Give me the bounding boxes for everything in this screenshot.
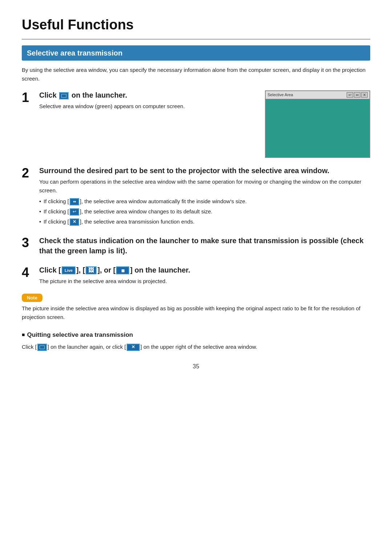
thumb-button-icon: ▦	[116, 266, 129, 274]
step-1-title: Click on the launcher.	[39, 90, 254, 100]
step-1-title-prefix: Click	[39, 91, 58, 99]
step-4-body: The picture in the selective area window…	[39, 277, 370, 286]
step-4-number: 4	[22, 266, 39, 286]
saw-back-button[interactable]: ↩	[347, 92, 353, 98]
step-2-bullets: If clicking [⇔], the selective area wind…	[39, 197, 370, 226]
reset-icon: ↩	[70, 208, 79, 216]
step-2-number: 2	[22, 167, 39, 228]
title-divider	[22, 39, 370, 40]
fit-icon: ⇔	[70, 198, 79, 205]
bullet-3: If clicking [✕], the selective area tran…	[39, 217, 370, 226]
step-2: 2 Surround the desired part to be sent t…	[22, 166, 370, 228]
step-4: 4 Click [Live], [🖼], or [▦] on the launc…	[22, 265, 370, 286]
step-4-content: Click [Live], [🖼], or [▦] on the launche…	[39, 265, 370, 286]
saw-titlebar: Selective Area ↩ ⇔ ✕	[266, 91, 369, 99]
page-number: 35	[22, 362, 370, 371]
intro-text: By using the selective area window, you …	[22, 66, 370, 83]
step-2-body: You can perform operations in the select…	[39, 177, 370, 226]
saw-close-button[interactable]: ✕	[361, 92, 368, 98]
step-1-number: 1	[22, 91, 39, 158]
step-1-title-suffix: on the launcher.	[72, 91, 127, 99]
bullet-2: If clicking [↩], the selective area wind…	[39, 207, 370, 216]
note-box: Note The picture inside the selective ar…	[22, 294, 370, 322]
x-icon: ✕	[70, 218, 79, 226]
quitting-x-icon: ✕	[127, 344, 140, 351]
step-2-body-intro: You can perform operations in the select…	[39, 177, 370, 195]
saw-body	[266, 99, 369, 157]
step-3-title: Check the status indication on the launc…	[39, 236, 370, 256]
step-3-number: 3	[22, 236, 39, 257]
still-button-icon: 🖼	[86, 266, 97, 274]
step-2-title: Surround the desired part to be sent to …	[39, 166, 370, 175]
saw-controls: ↩ ⇔ ✕	[347, 92, 368, 98]
saw-resize-button[interactable]: ⇔	[354, 92, 360, 98]
bullet-1: If clicking [⇔], the selective area wind…	[39, 197, 370, 206]
quitting-section: Quitting selective area transmission Cli…	[22, 330, 370, 351]
quitting-sa-icon	[37, 344, 47, 351]
step-3: 3 Check the status indication on the lau…	[22, 236, 370, 257]
step-1: 1 Click on the launcher. Selective area …	[22, 90, 370, 158]
selective-area-window: Selective Area ↩ ⇔ ✕	[265, 90, 370, 158]
step-1-content: Click on the launcher. Selective area wi…	[39, 90, 370, 158]
section-header: Selective area transmission	[22, 45, 370, 61]
live-button-icon: Live	[62, 266, 75, 274]
quitting-title: Quitting selective area transmission	[22, 330, 370, 340]
note-label: Note	[22, 294, 42, 302]
saw-title-label: Selective Area	[268, 92, 293, 98]
note-text: The picture inside the selective area wi…	[22, 304, 370, 322]
quitting-body: Click [] on the launcher again, or click…	[22, 343, 370, 351]
step-2-content: Surround the desired part to be sent to …	[39, 166, 370, 228]
page-title: Useful Functions	[22, 15, 370, 35]
selective-area-icon	[59, 92, 69, 99]
step-4-title: Click [Live], [🖼], or [▦] on the launche…	[39, 265, 370, 275]
step-3-content: Check the status indication on the launc…	[39, 236, 370, 257]
step-1-body: Selective area window (green) appears on…	[39, 102, 254, 111]
